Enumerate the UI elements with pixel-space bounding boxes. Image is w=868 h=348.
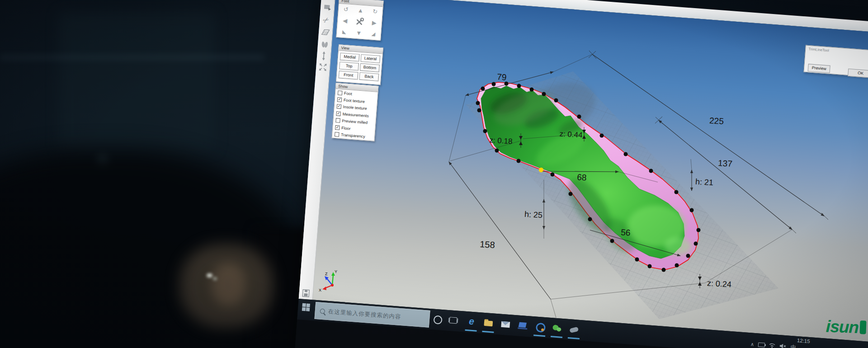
tray-chevron-icon[interactable]: ∧ bbox=[750, 341, 755, 347]
move-up-icon[interactable]: ▲ bbox=[358, 7, 364, 14]
show-label: Insole texture bbox=[343, 105, 367, 111]
vertical-arrows-icon[interactable] bbox=[318, 51, 329, 61]
show-label: Foot texture bbox=[344, 98, 365, 103]
photo-ring-glint-2 bbox=[213, 277, 217, 280]
view-lateral-button[interactable]: Lateral bbox=[360, 54, 380, 63]
cortana-icon[interactable] bbox=[433, 315, 442, 324]
ime-indicator[interactable]: 中 bbox=[790, 344, 796, 348]
tilt-left-icon[interactable]: ◣ bbox=[342, 29, 346, 35]
taskbar-mail-icon[interactable] bbox=[500, 319, 512, 330]
start-button[interactable] bbox=[302, 303, 310, 311]
checkbox[interactable]: ✓ bbox=[335, 125, 340, 130]
select-region-icon[interactable] bbox=[322, 2, 333, 13]
taskbar-edge-icon[interactable]: e bbox=[465, 316, 478, 328]
rotate-ccw-icon[interactable]: ↺ bbox=[343, 6, 349, 13]
dialog-title: TrimLineTool bbox=[808, 47, 829, 52]
active-indicator bbox=[482, 331, 494, 333]
view-medial-button[interactable]: Medial bbox=[340, 52, 360, 61]
battery-icon[interactable] bbox=[758, 343, 765, 348]
scissors-icon[interactable]: ✂ bbox=[320, 14, 333, 28]
checkbox[interactable]: ✓ bbox=[336, 104, 341, 109]
monitor-screen: ✂ Foot ↺ ▲ ↻ ◀ ▶ ◣ ▼ ◢ bbox=[289, 0, 868, 348]
taskbar-clock[interactable]: 12:15 bbox=[797, 338, 810, 344]
active-indicator bbox=[568, 337, 580, 339]
checkbox[interactable] bbox=[338, 90, 343, 95]
rotate-cw-icon[interactable]: ↻ bbox=[373, 9, 378, 15]
taskbar-grey-tool-icon[interactable] bbox=[568, 324, 580, 335]
taskbar-laptop-app-icon[interactable] bbox=[517, 320, 529, 331]
save-floppy-icon[interactable] bbox=[301, 288, 311, 299]
view-bottom-button[interactable]: Bottom bbox=[360, 63, 380, 72]
active-indicator bbox=[465, 329, 476, 332]
checkbox[interactable] bbox=[335, 118, 340, 123]
photo-ring-glint bbox=[207, 273, 212, 277]
taskbar-browser-ring-icon[interactable] bbox=[534, 321, 547, 333]
taskbar-wechat-icon[interactable] bbox=[551, 322, 564, 334]
taskbar-explorer-icon[interactable] bbox=[482, 317, 495, 329]
isun-watermark-glyph bbox=[860, 320, 867, 334]
show-label: Transparency bbox=[341, 132, 365, 139]
foot-nav-panel: Foot ↺ ▲ ↻ ◀ ▶ ◣ ▼ ◢ bbox=[336, 0, 383, 41]
show-label: Measurements bbox=[342, 112, 369, 118]
search-placeholder: 在这里输入你要搜索的内容 bbox=[328, 308, 401, 321]
expand-arrows-icon[interactable] bbox=[317, 62, 328, 73]
photo-desk-edge bbox=[0, 54, 264, 61]
search-icon bbox=[320, 308, 325, 314]
task-view-icon[interactable] bbox=[449, 317, 458, 324]
view-back-button[interactable]: Back bbox=[359, 72, 379, 81]
wifi-icon[interactable] bbox=[769, 341, 775, 348]
view-top-button[interactable]: Top bbox=[339, 61, 359, 71]
volume-muted-icon[interactable] bbox=[779, 342, 787, 348]
active-indicator bbox=[533, 334, 545, 337]
checkbox[interactable]: ✓ bbox=[336, 111, 341, 116]
photo-window-reflection bbox=[59, 13, 215, 150]
preview-button[interactable]: Preview bbox=[808, 64, 830, 73]
trimlinetool-dialog: TrimLineTool Preview OK bbox=[803, 45, 868, 78]
view-panel: View Medial Lateral Top Bottom Front Bac… bbox=[336, 44, 383, 85]
show-label: Preview milled bbox=[342, 118, 368, 125]
photo-hand-highlight bbox=[212, 263, 245, 306]
move-down-icon[interactable]: ▼ bbox=[356, 30, 362, 36]
tools-icon[interactable] bbox=[355, 16, 365, 27]
tilt-right-icon[interactable]: ◢ bbox=[371, 32, 375, 37]
checkbox[interactable]: ✓ bbox=[337, 97, 342, 102]
insole-pair-icon[interactable] bbox=[319, 39, 330, 50]
isun-watermark: isun bbox=[826, 317, 866, 337]
show-label: Floor bbox=[341, 126, 351, 131]
show-label: Foot bbox=[344, 91, 352, 96]
active-indicator bbox=[551, 336, 562, 338]
3d-viewport[interactable] bbox=[299, 0, 868, 342]
system-tray: ∧ 中 bbox=[750, 340, 796, 348]
move-left-icon[interactable]: ◀ bbox=[343, 18, 348, 24]
view-front-button[interactable]: Front bbox=[339, 71, 359, 80]
show-panel: Show Foot ✓ Foot texture ✓ Insole textur… bbox=[332, 83, 379, 141]
isun-watermark-text: isun bbox=[826, 317, 859, 336]
move-right-icon[interactable]: ▶ bbox=[372, 20, 377, 26]
hatch-plane-icon[interactable] bbox=[320, 27, 331, 38]
checkbox[interactable] bbox=[335, 132, 340, 137]
